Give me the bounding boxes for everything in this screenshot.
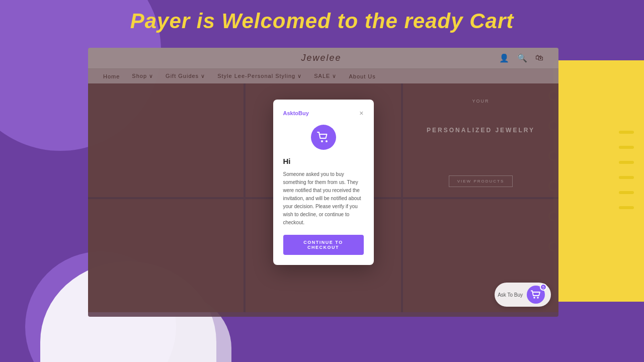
svg-point-2 xyxy=(533,297,535,299)
modal-body-text: Someone asked you to buy something for t… xyxy=(283,170,364,227)
modal-dialog: AsktoBuy × Hi Someone asked you to buy s… xyxy=(273,100,374,265)
ask-to-buy-badge: 5 xyxy=(540,284,547,291)
ask-to-buy-icon-circle: 5 xyxy=(527,286,545,304)
modal-cart-icon xyxy=(311,125,336,150)
notebook-line xyxy=(619,191,634,194)
svg-point-0 xyxy=(321,140,323,142)
notebook-line xyxy=(619,146,634,149)
browser-window: Jewelee 👤 🔍 🛍 Home Shop ∨ Gift Guides ∨ … xyxy=(88,48,558,317)
modal-close-button[interactable]: × xyxy=(359,110,363,117)
svg-point-1 xyxy=(326,140,328,142)
modal-icon-container xyxy=(283,125,364,150)
ask-to-buy-label: Ask To Buy xyxy=(498,292,523,298)
notebook-line xyxy=(619,161,634,164)
yellow-notebook xyxy=(553,60,644,302)
notebook-line xyxy=(619,176,634,179)
modal-cta-button[interactable]: CONTINUE TO CHECKOUT xyxy=(283,235,364,255)
modal-greeting: Hi xyxy=(283,157,364,165)
page-title: Payer is Welcomed to the ready Cart xyxy=(0,9,644,33)
notebook-line xyxy=(619,206,634,209)
modal-brand: AsktoBuy xyxy=(283,110,309,116)
svg-point-3 xyxy=(537,297,539,299)
ask-to-buy-button[interactable]: Ask To Buy 5 xyxy=(495,283,551,307)
modal-header: AsktoBuy × xyxy=(283,110,364,117)
notebook-line xyxy=(619,131,634,134)
modal-overlay: AsktoBuy × Hi Someone asked you to buy s… xyxy=(88,48,558,317)
